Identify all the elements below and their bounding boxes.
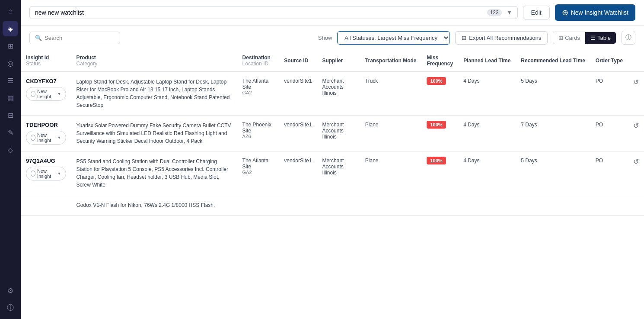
layers-icon[interactable]: ◇ — [3, 142, 18, 158]
destination-name: The Atlanta Site — [242, 158, 274, 170]
table-row: TDEHPOOR i New Insight ▼ Yuarisx Solar P… — [21, 116, 644, 151]
cell-insight-id-1: CKDYFXO7 i New Insight ▼ — [21, 71, 71, 116]
cell-destination-4 — [237, 195, 279, 216]
new-insight-watchlist-button[interactable]: ⊕ New Insight Watchlist — [555, 4, 635, 21]
refresh-icon[interactable]: ↺ — [633, 78, 639, 86]
cell-transport-2: Plane — [360, 116, 422, 151]
location-icon[interactable]: ◎ — [3, 55, 18, 71]
col-planned-lead: Planned Lead Time — [458, 50, 516, 71]
insight-id-value: CKDYFXO7 — [26, 78, 66, 84]
new-insight-label: New Insight Watchlist — [571, 9, 628, 16]
col-action — [628, 50, 644, 71]
table-view-button[interactable]: ☰ Table — [585, 32, 616, 44]
col-source-id: Source ID — [279, 50, 317, 71]
miss-badge: 100% — [427, 157, 446, 164]
cell-source-1: vendorSite1 — [279, 71, 317, 116]
edit2-icon[interactable]: ✎ — [3, 125, 18, 140]
cell-destination-1: The Atlanta Site GA2 — [237, 71, 279, 116]
export-label: Export All Recommendations — [469, 35, 541, 41]
cell-action-3: ↺ — [628, 151, 644, 195]
status-badge-1[interactable]: i New Insight ▼ — [26, 87, 66, 101]
watchlist-name: new new watchlist — [35, 9, 484, 16]
col-status-sub: Status — [26, 61, 66, 67]
chart-icon[interactable]: ⊞ — [3, 38, 18, 54]
location-id: AZ6 — [242, 134, 274, 139]
col-destination-label: Destination — [242, 55, 271, 61]
export-button[interactable]: ⊞ Export All Recommendations — [455, 31, 548, 45]
status-badge-3[interactable]: i New Insight ▼ — [26, 167, 66, 180]
cell-order-1: PO — [590, 71, 628, 116]
product-text: PS5 Stand and Cooling Station with Dual … — [77, 158, 229, 188]
table-label: Table — [597, 35, 611, 41]
status-info-icon: i — [31, 135, 35, 141]
table-header-row: Insight Id Status Product Category Desti… — [21, 50, 644, 71]
cell-product-1: Laptop Stand for Desk, Adjustable Laptop… — [71, 71, 237, 116]
product-text: Laptop Stand for Desk, Adjustable Laptop… — [77, 79, 230, 108]
product-text: Yuarisx Solar Powered Dummy Fake Securit… — [77, 122, 231, 144]
cell-miss-2: 100% — [421, 116, 458, 151]
table2-icon[interactable]: ⊟ — [3, 107, 18, 123]
cell-recommended-2: 7 Days — [516, 116, 590, 151]
location-id: GA2 — [242, 90, 274, 95]
cards-icon: ⊞ — [558, 35, 563, 41]
col-location-sub: Location ID — [242, 61, 274, 67]
show-label: Show — [318, 35, 332, 41]
watchlist-count: 123 — [487, 9, 502, 16]
col-insight-id: Insight Id Status — [21, 50, 71, 71]
toolbar: 🔍 Show All Statuses, Largest Miss Freque… — [21, 26, 644, 50]
search-input[interactable] — [45, 35, 115, 41]
cell-supplier-2: Merchant Accounts Illinois — [317, 116, 360, 151]
export-icon: ⊞ — [462, 35, 466, 41]
list-icon[interactable]: ☰ — [3, 73, 18, 88]
watchlist-chevron-icon: ▼ — [507, 10, 512, 16]
plus-icon: ⊕ — [562, 8, 568, 17]
status-label: New Insight — [37, 89, 56, 99]
cell-miss-4 — [421, 195, 458, 216]
sidebar: ⌂ ◈ ⊞ ◎ ☰ ▦ ⊟ ✎ ◇ ⚙ ⓘ — [0, 0, 21, 319]
col-recommended-lead: Recommended Lead Time — [516, 50, 590, 71]
cell-planned-1: 4 Days — [458, 71, 516, 116]
refresh-icon[interactable]: ↺ — [633, 158, 639, 166]
miss-badge: 100% — [427, 77, 446, 85]
watchlist-selector[interactable]: new new watchlist 123 ▼ — [29, 6, 518, 19]
cell-destination-3: The Atlanta Site GA2 — [237, 151, 279, 195]
bar-chart-icon[interactable]: ▦ — [3, 90, 18, 106]
cell-insight-id-3: 97Q1A4UG i New Insight ▼ — [21, 151, 71, 195]
settings-icon[interactable]: ⚙ — [3, 283, 18, 298]
main-content: new new watchlist 123 ▼ Edit ⊕ New Insig… — [21, 0, 644, 319]
cell-order-3: PO — [590, 151, 628, 195]
table-row: Godox V1-N Flash for Nikon, 76Ws 2.4G 1/… — [21, 195, 644, 216]
cell-action-1: ↺ — [628, 71, 644, 116]
insights-table: Insight Id Status Product Category Desti… — [21, 50, 644, 216]
cell-miss-1: 100% — [421, 71, 458, 116]
status-label: New Insight — [37, 132, 56, 143]
cell-action-4 — [628, 195, 644, 216]
filter-dropdown[interactable]: All Statuses, Largest Miss Frequency — [337, 31, 450, 45]
search-box[interactable]: 🔍 — [29, 32, 120, 44]
refresh-icon[interactable]: ↺ — [633, 122, 639, 130]
destination-name: The Phoenix Site — [242, 122, 274, 134]
col-product: Product Category — [71, 50, 237, 71]
table-container: Insight Id Status Product Category Desti… — [21, 50, 644, 319]
col-supplier: Supplier — [317, 50, 360, 71]
cards-view-button[interactable]: ⊞ Cards — [553, 32, 585, 44]
edit-button[interactable]: Edit — [523, 6, 550, 19]
cell-source-3: vendorSite1 — [279, 151, 317, 195]
cell-planned-2: 4 Days — [458, 116, 516, 151]
cell-source-4 — [279, 195, 317, 216]
col-insight-id-label: Insight Id — [26, 55, 49, 61]
cell-supplier-3: Merchant Accounts Illinois — [317, 151, 360, 195]
cell-insight-id-4 — [21, 195, 71, 216]
insights-icon[interactable]: ◈ — [3, 21, 18, 36]
status-badge-2[interactable]: i New Insight ▼ — [26, 131, 66, 145]
home-icon[interactable]: ⌂ — [3, 3, 18, 19]
cell-miss-3: 100% — [421, 151, 458, 195]
cell-source-2: vendorSite1 — [279, 116, 317, 151]
destination-name: The Atlanta Site — [242, 78, 274, 90]
cell-transport-1: Truck — [360, 71, 422, 116]
cell-order-4 — [590, 195, 628, 216]
status-info-icon: i — [31, 171, 35, 177]
help-icon[interactable]: ⓘ — [3, 300, 18, 316]
topbar: new new watchlist 123 ▼ Edit ⊕ New Insig… — [21, 0, 644, 26]
info-button[interactable]: ⓘ — [622, 31, 635, 45]
